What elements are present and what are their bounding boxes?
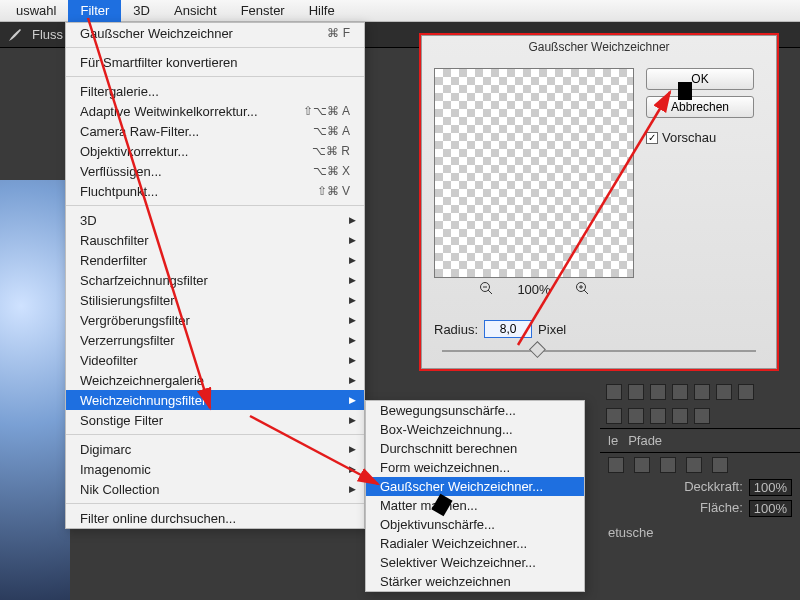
submenu-item-radialer-weichzeichner[interactable]: Radialer Weichzeichner... (366, 534, 584, 553)
weichzeichnungsfilter-submenu: Bewegungsunschärfe... Box-Weichzeichnung… (365, 400, 585, 592)
menu-item-sonstige-filter[interactable]: Sonstige Filter (66, 410, 364, 430)
panel-icon[interactable] (628, 408, 644, 424)
menu-item-scharfzeichnungsfilter[interactable]: Scharfzeichnungsfilter (66, 270, 364, 290)
menu-item-verzerrungsfilter[interactable]: Verzerrungsfilter (66, 330, 364, 350)
check-icon: ✓ (646, 132, 658, 144)
menu-item-verfluessigen[interactable]: Verflüssigen...⌥⌘ X (66, 161, 364, 181)
menubar-item-fenster[interactable]: Fenster (229, 0, 297, 22)
panel-icon[interactable] (608, 457, 624, 473)
zoom-out-icon[interactable] (479, 281, 493, 298)
panel-icon[interactable] (672, 384, 688, 400)
panel-icon[interactable] (650, 408, 666, 424)
menu-item-digimarc[interactable]: Digimarc (66, 439, 364, 459)
fill-label: Fläche: (700, 500, 743, 517)
panel-icon[interactable] (650, 384, 666, 400)
panel-tab-pfade[interactable]: Pfade (628, 433, 662, 448)
radius-label: Radius: (434, 322, 478, 337)
panel-icon[interactable] (686, 457, 702, 473)
panel-icon[interactable] (628, 384, 644, 400)
panel-icon[interactable] (694, 384, 710, 400)
filter-menu: Gaußscher Weichzeichner⌘ F Für Smartfilt… (65, 22, 365, 529)
preview-checkbox-label: Vorschau (662, 130, 716, 145)
panel-icon[interactable] (634, 457, 650, 473)
panel-icon[interactable] (606, 384, 622, 400)
svg-line-4 (584, 290, 588, 294)
radius-slider[interactable] (442, 344, 756, 358)
panel-icon[interactable] (660, 457, 676, 473)
menubar-item-hilfe[interactable]: Hilfe (297, 0, 347, 22)
cancel-button[interactable]: Abbrechen (646, 96, 754, 118)
panel-icon[interactable] (694, 408, 710, 424)
menu-item-fluchtpunkt[interactable]: Fluchtpunkt...⇧⌘ V (66, 181, 364, 201)
right-panel: le Pfade Deckkraft: 100% Fläche: 100% et… (600, 380, 800, 600)
menu-item-cameraraw[interactable]: Camera Raw-Filter...⌥⌘ A (66, 121, 364, 141)
panel-icon[interactable] (716, 384, 732, 400)
menu-item-vergroeberungsfilter[interactable]: Vergröberungsfilter (66, 310, 364, 330)
menu-item-imagenomic[interactable]: Imagenomic (66, 459, 364, 479)
dialog-title: Gaußscher Weichzeichner (422, 36, 776, 58)
menu-item-3d[interactable]: 3D (66, 210, 364, 230)
menu-item-smartfilter[interactable]: Für Smartfilter konvertieren (66, 52, 364, 72)
submenu-item-objektivunschaerfe[interactable]: Objektivunschärfe... (366, 515, 584, 534)
preview-checkbox[interactable]: ✓ Vorschau (646, 130, 754, 145)
menu-item-stilisierungsfilter[interactable]: Stilisierungsfilter (66, 290, 364, 310)
menu-item-filtergalerie[interactable]: Filtergalerie... (66, 81, 364, 101)
opacity-value[interactable]: 100% (749, 479, 792, 496)
menu-item-weichzeichnergalerie[interactable]: Weichzeichnergalerie (66, 370, 364, 390)
submenu-item-durchschnitt[interactable]: Durchschnitt berechnen (366, 439, 584, 458)
menubar-item-filter[interactable]: Filter (68, 0, 121, 22)
menu-item-weitwinkel[interactable]: Adaptive Weitwinkelkorrektur...⇧⌥⌘ A (66, 101, 364, 121)
opacity-label: Deckkraft: (684, 479, 743, 496)
svg-line-1 (488, 290, 492, 294)
ok-button[interactable]: OK (646, 68, 754, 90)
panel-tab-kanaele[interactable]: le (608, 433, 618, 448)
zoom-level: 100% (517, 282, 550, 297)
options-flow-label: Fluss (32, 27, 63, 42)
submenu-item-gaussscher-weichzeichner[interactable]: Gaußscher Weichzeichner... (366, 477, 584, 496)
submenu-item-bewegungsunschaerfe[interactable]: Bewegungsunschärfe... (366, 401, 584, 420)
menu-item-filter-online[interactable]: Filter online durchsuchen... (66, 508, 364, 528)
menubar-item-3d[interactable]: 3D (121, 0, 162, 22)
zoom-in-icon[interactable] (575, 281, 589, 298)
menu-item-objektivkorrektur[interactable]: Objektivkorrektur...⌥⌘ R (66, 141, 364, 161)
canvas-image (0, 180, 70, 600)
panel-icon[interactable] (738, 384, 754, 400)
brush-icon (6, 26, 24, 44)
menubar: uswahl Filter 3D Ansicht Fenster Hilfe (0, 0, 800, 22)
annotation-frame: Gaußscher Weichzeichner 100% OK Abbreche… (419, 33, 779, 371)
menu-item-last-filter[interactable]: Gaußscher Weichzeichner⌘ F (66, 23, 364, 43)
menu-item-nik-collection[interactable]: Nik Collection (66, 479, 364, 499)
submenu-item-selektiver-weichzeichner[interactable]: Selektiver Weichzeichner... (366, 553, 584, 572)
menu-item-rauschfilter[interactable]: Rauschfilter (66, 230, 364, 250)
radius-input[interactable] (484, 320, 532, 338)
radius-unit: Pixel (538, 322, 566, 337)
gaussian-blur-dialog: Gaußscher Weichzeichner 100% OK Abbreche… (421, 35, 777, 369)
panel-icon[interactable] (606, 408, 622, 424)
menu-item-videofilter[interactable]: Videofilter (66, 350, 364, 370)
menu-item-weichzeichnungsfilter[interactable]: Weichzeichnungsfilter (66, 390, 364, 410)
menubar-item-auswahl[interactable]: uswahl (4, 0, 68, 22)
submenu-item-matter-machen[interactable]: Matter machen... (366, 496, 584, 515)
menu-item-renderfilter[interactable]: Renderfilter (66, 250, 364, 270)
slider-thumb-icon[interactable] (529, 341, 546, 358)
submenu-item-staerker-weichzeichnen[interactable]: Stärker weichzeichnen (366, 572, 584, 591)
menubar-item-ansicht[interactable]: Ansicht (162, 0, 229, 22)
panel-icon[interactable] (672, 408, 688, 424)
dialog-preview[interactable] (434, 68, 634, 278)
submenu-item-form-weichzeichnen[interactable]: Form weichzeichnen... (366, 458, 584, 477)
fill-value[interactable]: 100% (749, 500, 792, 517)
layer-name[interactable]: etusche (600, 519, 800, 546)
submenu-item-box-weichzeichnung[interactable]: Box-Weichzeichnung... (366, 420, 584, 439)
panel-icon[interactable] (712, 457, 728, 473)
